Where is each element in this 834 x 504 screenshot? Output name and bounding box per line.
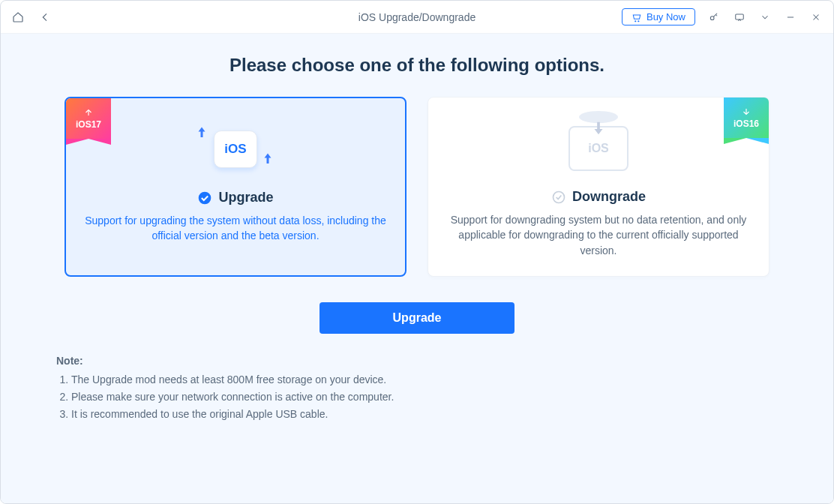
note-item: It is recommended to use the original Ap… [71,406,778,423]
downgrade-description: Support for downgrading system but no da… [446,212,751,258]
downgrade-illustration: iOS [446,112,751,184]
upgrade-title-line: Upgrade [84,190,387,206]
app-window: iOS Upgrade/Downgrade Buy Now [0,0,834,504]
arrow-up-icon [261,151,274,170]
downgrade-title-line: Downgrade [446,189,751,205]
notes-section: Note: The Upgrade mod needs at least 800… [56,355,778,423]
downgrade-card[interactable]: iOS16 iOS Downgrade [428,97,770,277]
notes-list: The Upgrade mod needs at least 800M free… [56,371,778,423]
titlebar: iOS Upgrade/Downgrade Buy Now [1,1,833,34]
titlebar-left [11,10,52,24]
ios-box: iOS [568,126,628,171]
downgrade-ribbon-label: iOS16 [734,118,759,129]
arrow-down-icon [590,120,607,141]
back-icon[interactable] [38,10,52,24]
feedback-icon[interactable] [733,10,746,24]
upgrade-card[interactable]: iOS17 iOS Upgrade Supp [64,97,406,277]
buy-now-label: Buy Now [646,11,686,22]
downgrade-ribbon: iOS16 [724,98,769,138]
note-item: Please make sure your network connection… [71,388,778,406]
notes-title: Note: [56,355,778,367]
ios-box-label: iOS [588,142,609,155]
check-circle-icon [551,190,566,205]
key-icon[interactable] [707,10,721,24]
note-item: The Upgrade mod needs at least 800M free… [71,371,778,388]
check-circle-icon [197,190,212,206]
option-cards: iOS17 iOS Upgrade Supp [56,97,778,277]
page-heading: Please choose one of the following optio… [56,55,778,76]
svg-point-2 [199,191,212,204]
svg-point-0 [710,16,714,20]
upgrade-illustration: iOS [84,113,387,185]
content-area: Please choose one of the following optio… [1,34,833,503]
upgrade-title: Upgrade [218,190,273,206]
buy-now-button[interactable]: Buy Now [622,8,695,26]
close-icon[interactable] [809,10,823,24]
home-icon[interactable] [11,10,25,24]
svg-point-3 [553,191,564,202]
primary-action-button[interactable]: Upgrade [320,302,514,334]
minimize-icon[interactable] [784,10,797,24]
upgrade-description: Support for upgrading the system without… [84,213,387,244]
chevron-down-icon[interactable] [758,10,772,24]
window-title: iOS Upgrade/Downgrade [358,11,476,23]
downgrade-title: Downgrade [572,189,646,205]
arrow-up-icon [195,124,208,144]
ios-badge: iOS [214,130,257,168]
titlebar-right: Buy Now [622,8,823,26]
